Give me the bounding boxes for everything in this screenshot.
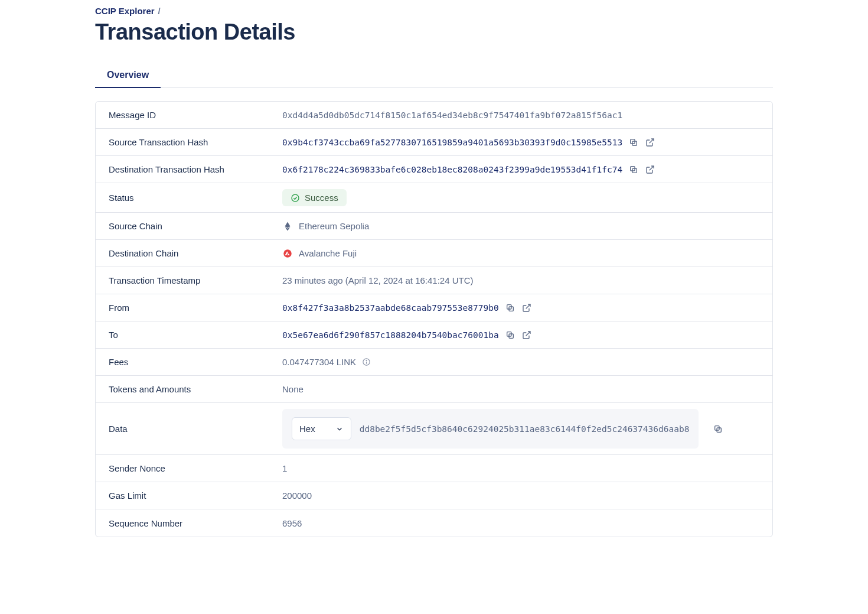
label-status: Status: [109, 193, 282, 203]
label-from: From: [109, 303, 282, 313]
row-seq: Sequence Number 6956: [96, 509, 772, 537]
svg-point-6: [292, 194, 299, 202]
copy-icon[interactable]: [505, 303, 515, 313]
row-gas: Gas Limit 200000: [96, 482, 772, 509]
label-timestamp: Transaction Timestamp: [109, 275, 282, 285]
value-dst-tx-link[interactable]: 0x6f2178c224c369833bafe6c028eb18ec8208a0…: [282, 165, 622, 174]
row-from: From 0x8f427f3a3a8b2537aabde68caab797553…: [96, 294, 772, 321]
row-src-chain: Source Chain Ethereum Sepolia: [96, 213, 772, 240]
label-nonce: Sender Nonce: [109, 463, 282, 473]
check-circle-icon: [291, 193, 300, 203]
external-link-icon[interactable]: [521, 330, 532, 340]
label-src-chain: Source Chain: [109, 221, 282, 231]
row-nonce: Sender Nonce 1: [96, 455, 772, 482]
label-tokens: Tokens and Amounts: [109, 384, 282, 394]
label-fees: Fees: [109, 357, 282, 367]
copy-icon[interactable]: [628, 164, 639, 175]
row-fees: Fees 0.047477304 LINK: [96, 349, 772, 376]
copy-icon[interactable]: [628, 137, 639, 148]
row-dst-tx: Destination Transaction Hash 0x6f2178c22…: [96, 156, 772, 183]
chevron-down-icon: [335, 425, 344, 433]
svg-line-5: [650, 166, 654, 170]
svg-line-2: [650, 139, 654, 143]
data-box: Hex dd8be2f5f5d5cf3b8640c62924025b311ae8…: [282, 409, 699, 449]
data-format-select[interactable]: Hex: [292, 417, 351, 440]
value-nonce: 1: [282, 463, 287, 473]
external-link-icon[interactable]: [645, 137, 655, 148]
svg-line-10: [526, 304, 530, 308]
svg-line-13: [526, 332, 530, 336]
label-gas: Gas Limit: [109, 490, 282, 501]
svg-point-16: [366, 360, 367, 361]
value-seq: 6956: [282, 518, 302, 528]
row-to: To 0x5e67ea6d6f290f857c1888204b7540bac76…: [96, 321, 772, 349]
details-table: Message ID 0xd4d4a5d0db05dc714f8150c1af6…: [95, 101, 773, 537]
value-fees: 0.047477304 LINK: [282, 357, 356, 367]
tab-overview[interactable]: Overview: [95, 63, 161, 87]
breadcrumb-separator: /: [158, 6, 161, 16]
label-dst-tx: Destination Transaction Hash: [109, 164, 282, 174]
label-seq: Sequence Number: [109, 518, 282, 528]
status-badge: Success: [282, 189, 347, 206]
breadcrumb: CCIP Explorer /: [95, 6, 773, 16]
page-title: Transaction Details: [95, 20, 773, 45]
label-src-tx: Source Transaction Hash: [109, 137, 282, 147]
row-tokens: Tokens and Amounts None: [96, 376, 772, 403]
copy-icon[interactable]: [505, 330, 515, 340]
copy-icon[interactable]: [713, 424, 723, 434]
value-from-link[interactable]: 0x8f427f3a3a8b2537aabde68caab797553e8779…: [282, 303, 499, 313]
external-link-icon[interactable]: [521, 303, 532, 313]
label-data: Data: [109, 424, 282, 434]
avalanche-icon: [282, 248, 293, 259]
value-to-link[interactable]: 0x5e67ea6d6f290f857c1888204b7540bac76001…: [282, 330, 499, 340]
value-message-id: 0xd4d4a5d0db05dc714f8150c1af654ed34eb8c9…: [282, 111, 622, 120]
value-gas: 200000: [282, 490, 312, 501]
row-src-tx: Source Transaction Hash 0x9b4cf3743ccba6…: [96, 129, 772, 156]
label-message-id: Message ID: [109, 110, 282, 120]
label-dst-chain: Destination Chain: [109, 248, 282, 258]
value-data-hex: dd8be2f5f5d5cf3b8640c62924025b311ae83c61…: [360, 424, 690, 434]
breadcrumb-root-link[interactable]: CCIP Explorer: [95, 6, 155, 16]
status-text: Success: [305, 193, 338, 203]
external-link-icon[interactable]: [645, 164, 655, 175]
row-data: Data Hex dd8be2f5f5d5cf3b8640c62924025b3…: [96, 403, 772, 455]
value-dst-chain: Avalanche Fuji: [299, 248, 357, 258]
label-to: To: [109, 330, 282, 340]
row-message-id: Message ID 0xd4d4a5d0db05dc714f8150c1af6…: [96, 102, 772, 129]
data-format-value: Hex: [299, 424, 315, 434]
row-dst-chain: Destination Chain Avalanche Fuji: [96, 240, 772, 267]
row-status: Status Success: [96, 183, 772, 213]
value-tokens: None: [282, 384, 304, 394]
value-timestamp: 23 minutes ago (April 12, 2024 at 16:41:…: [282, 275, 474, 285]
value-src-chain: Ethereum Sepolia: [299, 221, 369, 231]
svg-point-7: [283, 249, 292, 258]
ethereum-icon: [282, 221, 293, 232]
tabs: Overview: [95, 63, 773, 88]
info-icon[interactable]: [362, 358, 371, 366]
value-src-tx-link[interactable]: 0x9b4cf3743ccba69fa5277830716519859a9401…: [282, 138, 622, 147]
row-timestamp: Transaction Timestamp 23 minutes ago (Ap…: [96, 267, 772, 294]
